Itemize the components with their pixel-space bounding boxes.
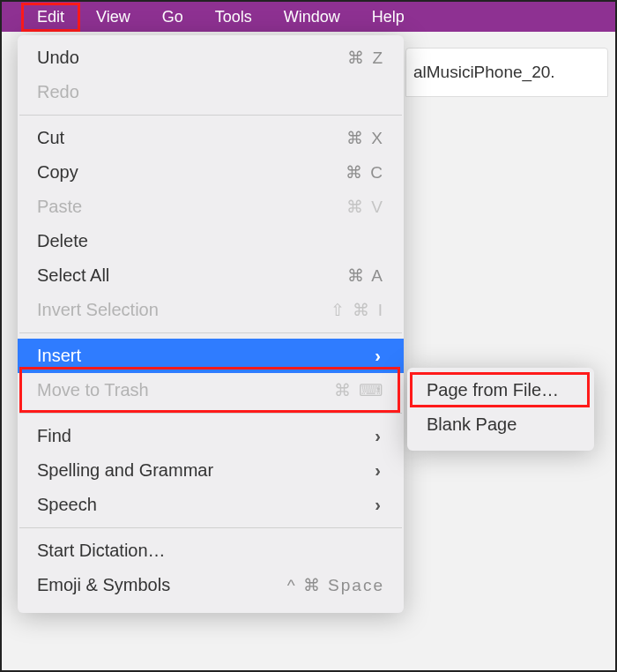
menu-item-shortcut: ⌘ ⌨ (334, 380, 384, 400)
menubar: Edit View Go Tools Window Help (2, 2, 615, 32)
insert-submenu: Page from File… Blank Page (407, 368, 594, 451)
menu-item-label: Delete (37, 231, 384, 251)
menu-item-shortcut: ⌘ V (346, 197, 384, 217)
menubar-item-go[interactable]: Go (146, 3, 199, 32)
menu-item-shortcut: ⌘ A (347, 265, 384, 286)
menu-item-label: Undo (37, 48, 347, 68)
menu-item-label: Select All (37, 265, 347, 286)
menu-item-spelling-grammar[interactable]: Spelling and Grammar › (18, 453, 404, 488)
menu-item-paste: Paste ⌘ V (18, 190, 404, 224)
menu-item-emoji-symbols[interactable]: Emoji & Symbols ^ ⌘ Space (18, 568, 404, 602)
chevron-right-icon: › (375, 495, 384, 515)
menu-item-shortcut: ⌘ C (346, 162, 384, 183)
menu-separator (19, 332, 402, 333)
menu-item-label: Page from File… (427, 380, 575, 400)
submenu-item-blank-page[interactable]: Blank Page (407, 407, 594, 442)
menu-item-label: Insert (37, 346, 375, 366)
menu-item-shortcut: ^ ⌘ Space (287, 575, 384, 595)
menubar-item-help[interactable]: Help (356, 3, 420, 32)
chevron-right-icon: › (375, 460, 384, 481)
menu-item-label: Redo (37, 82, 384, 102)
chevron-right-icon: › (375, 346, 384, 366)
menu-item-delete[interactable]: Delete (18, 224, 404, 258)
menu-separator (19, 527, 402, 528)
menu-item-select-all[interactable]: Select All ⌘ A (18, 258, 404, 293)
edit-menu-dropdown: Undo ⌘ Z Redo Cut ⌘ X Copy ⌘ C Paste ⌘ V… (18, 35, 404, 613)
menu-item-label: Move to Trash (37, 380, 334, 400)
menu-item-label: Speech (37, 495, 375, 515)
menu-item-shortcut: ⇧ ⌘ I (331, 300, 384, 320)
menu-item-label: Emoji & Symbols (37, 575, 287, 595)
menu-item-label: Copy (37, 162, 346, 183)
menu-item-redo: Redo (18, 75, 404, 109)
menu-separator (19, 413, 402, 414)
menu-item-label: Paste (37, 197, 346, 217)
chevron-right-icon: › (375, 426, 384, 446)
menubar-item-window[interactable]: Window (268, 3, 356, 32)
menu-item-label: Blank Page (427, 414, 575, 435)
menu-item-undo[interactable]: Undo ⌘ Z (18, 41, 404, 75)
menu-item-find[interactable]: Find › (18, 419, 404, 453)
menu-item-shortcut: ⌘ Z (347, 48, 384, 68)
menu-item-shortcut: ⌘ X (346, 128, 384, 148)
menu-item-move-to-trash: Move to Trash ⌘ ⌨ (18, 373, 404, 407)
menu-item-copy[interactable]: Copy ⌘ C (18, 155, 404, 190)
submenu-item-page-from-file[interactable]: Page from File… (407, 373, 594, 407)
document-title-fragment: alMusiciPhone_20. (405, 48, 608, 97)
menu-item-label: Start Dictation… (37, 541, 384, 561)
menubar-item-tools[interactable]: Tools (199, 3, 268, 32)
menu-item-cut[interactable]: Cut ⌘ X (18, 121, 404, 155)
menu-item-label: Find (37, 426, 375, 446)
menu-separator (19, 115, 402, 116)
menu-item-invert-selection: Invert Selection ⇧ ⌘ I (18, 293, 404, 327)
menu-item-insert[interactable]: Insert › (18, 339, 404, 373)
menu-item-speech[interactable]: Speech › (18, 488, 404, 522)
menu-item-label: Spelling and Grammar (37, 460, 375, 481)
menu-item-label: Invert Selection (37, 300, 331, 320)
menubar-item-view[interactable]: View (80, 3, 146, 32)
menubar-item-edit[interactable]: Edit (21, 3, 80, 32)
menu-item-start-dictation[interactable]: Start Dictation… (18, 534, 404, 568)
menu-item-label: Cut (37, 128, 346, 148)
